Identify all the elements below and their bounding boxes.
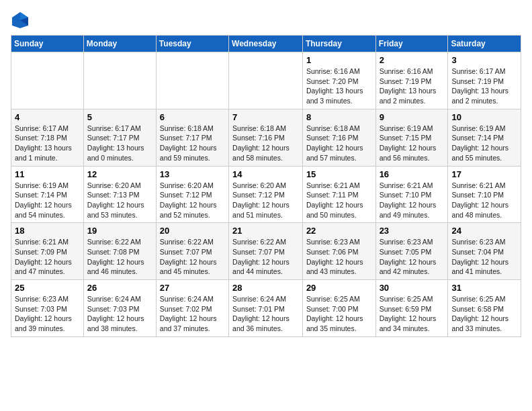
calendar-cell: 19Sunrise: 6:22 AM Sunset: 7:08 PM Dayli… bbox=[83, 223, 156, 280]
week-row-1: 1Sunrise: 6:16 AM Sunset: 7:20 PM Daylig… bbox=[11, 52, 521, 109]
calendar-cell: 27Sunrise: 6:24 AM Sunset: 7:02 PM Dayli… bbox=[156, 280, 228, 337]
week-row-5: 25Sunrise: 6:23 AM Sunset: 7:03 PM Dayli… bbox=[11, 280, 521, 337]
day-number: 12 bbox=[87, 169, 152, 179]
calendar-cell: 25Sunrise: 6:23 AM Sunset: 7:03 PM Dayli… bbox=[11, 280, 84, 337]
day-number: 8 bbox=[306, 112, 372, 122]
day-number: 11 bbox=[15, 169, 80, 179]
calendar-cell bbox=[156, 52, 228, 109]
day-info: Sunrise: 6:21 AM Sunset: 7:09 PM Dayligh… bbox=[15, 237, 80, 277]
calendar-cell bbox=[83, 52, 156, 109]
calendar-cell: 20Sunrise: 6:22 AM Sunset: 7:07 PM Dayli… bbox=[156, 223, 228, 280]
day-number: 3 bbox=[451, 55, 517, 65]
day-number: 27 bbox=[160, 283, 225, 293]
day-number: 24 bbox=[451, 226, 517, 236]
day-number: 30 bbox=[380, 283, 445, 293]
day-info: Sunrise: 6:18 AM Sunset: 7:16 PM Dayligh… bbox=[232, 124, 299, 163]
day-number: 26 bbox=[87, 283, 152, 293]
calendar-cell: 18Sunrise: 6:21 AM Sunset: 7:09 PM Dayli… bbox=[11, 223, 84, 280]
day-number: 21 bbox=[232, 226, 299, 236]
calendar-cell: 11Sunrise: 6:19 AM Sunset: 7:14 PM Dayli… bbox=[11, 166, 84, 223]
day-number: 28 bbox=[232, 283, 299, 293]
calendar-cell: 4Sunrise: 6:17 AM Sunset: 7:18 PM Daylig… bbox=[11, 109, 84, 166]
day-info: Sunrise: 6:20 AM Sunset: 7:12 PM Dayligh… bbox=[160, 181, 225, 220]
day-number: 17 bbox=[451, 169, 517, 179]
day-number: 14 bbox=[232, 169, 299, 179]
day-number: 25 bbox=[15, 283, 80, 293]
calendar-cell bbox=[11, 52, 84, 109]
day-number: 20 bbox=[160, 226, 225, 236]
col-header-monday: Monday bbox=[83, 36, 156, 52]
day-number: 13 bbox=[160, 169, 225, 179]
day-info: Sunrise: 6:25 AM Sunset: 6:59 PM Dayligh… bbox=[380, 294, 445, 334]
calendar-cell: 21Sunrise: 6:22 AM Sunset: 7:07 PM Dayli… bbox=[229, 223, 303, 280]
day-info: Sunrise: 6:17 AM Sunset: 7:19 PM Dayligh… bbox=[451, 66, 517, 106]
calendar-cell: 9Sunrise: 6:19 AM Sunset: 7:15 PM Daylig… bbox=[375, 109, 448, 166]
day-info: Sunrise: 6:19 AM Sunset: 7:14 PM Dayligh… bbox=[15, 181, 80, 220]
calendar-cell: 29Sunrise: 6:25 AM Sunset: 7:00 PM Dayli… bbox=[302, 280, 375, 337]
week-row-3: 11Sunrise: 6:19 AM Sunset: 7:14 PM Dayli… bbox=[11, 166, 521, 223]
calendar-cell: 10Sunrise: 6:19 AM Sunset: 7:14 PM Dayli… bbox=[448, 109, 521, 166]
day-info: Sunrise: 6:20 AM Sunset: 7:13 PM Dayligh… bbox=[87, 181, 152, 220]
day-info: Sunrise: 6:21 AM Sunset: 7:10 PM Dayligh… bbox=[451, 181, 517, 220]
day-info: Sunrise: 6:19 AM Sunset: 7:15 PM Dayligh… bbox=[380, 124, 445, 163]
calendar-cell: 26Sunrise: 6:24 AM Sunset: 7:03 PM Dayli… bbox=[83, 280, 156, 337]
day-info: Sunrise: 6:24 AM Sunset: 7:02 PM Dayligh… bbox=[160, 294, 225, 334]
day-info: Sunrise: 6:22 AM Sunset: 7:07 PM Dayligh… bbox=[160, 237, 225, 277]
calendar-cell: 23Sunrise: 6:23 AM Sunset: 7:05 PM Dayli… bbox=[375, 223, 448, 280]
day-info: Sunrise: 6:21 AM Sunset: 7:10 PM Dayligh… bbox=[380, 181, 445, 220]
calendar-cell: 2Sunrise: 6:16 AM Sunset: 7:19 PM Daylig… bbox=[375, 52, 448, 109]
col-header-thursday: Thursday bbox=[302, 36, 375, 52]
calendar-cell: 16Sunrise: 6:21 AM Sunset: 7:10 PM Dayli… bbox=[375, 166, 448, 223]
day-number: 15 bbox=[306, 169, 372, 179]
calendar-cell: 30Sunrise: 6:25 AM Sunset: 6:59 PM Dayli… bbox=[375, 280, 448, 337]
day-number: 2 bbox=[380, 55, 445, 65]
day-info: Sunrise: 6:24 AM Sunset: 7:01 PM Dayligh… bbox=[232, 294, 299, 334]
day-info: Sunrise: 6:24 AM Sunset: 7:03 PM Dayligh… bbox=[87, 294, 152, 334]
calendar-cell: 3Sunrise: 6:17 AM Sunset: 7:19 PM Daylig… bbox=[448, 52, 521, 109]
calendar-cell: 1Sunrise: 6:16 AM Sunset: 7:20 PM Daylig… bbox=[302, 52, 375, 109]
day-info: Sunrise: 6:17 AM Sunset: 7:18 PM Dayligh… bbox=[15, 124, 80, 163]
day-number: 18 bbox=[15, 226, 80, 236]
day-info: Sunrise: 6:21 AM Sunset: 7:11 PM Dayligh… bbox=[306, 181, 372, 220]
day-info: Sunrise: 6:16 AM Sunset: 7:20 PM Dayligh… bbox=[306, 66, 372, 106]
day-number: 16 bbox=[380, 169, 445, 179]
day-info: Sunrise: 6:20 AM Sunset: 7:12 PM Dayligh… bbox=[232, 181, 299, 220]
col-header-saturday: Saturday bbox=[448, 36, 521, 52]
logo-icon bbox=[11, 11, 30, 30]
day-info: Sunrise: 6:25 AM Sunset: 6:58 PM Dayligh… bbox=[451, 294, 517, 334]
calendar-cell: 5Sunrise: 6:17 AM Sunset: 7:17 PM Daylig… bbox=[83, 109, 156, 166]
day-info: Sunrise: 6:16 AM Sunset: 7:19 PM Dayligh… bbox=[380, 66, 445, 106]
day-number: 19 bbox=[87, 226, 152, 236]
calendar-cell: 8Sunrise: 6:18 AM Sunset: 7:16 PM Daylig… bbox=[302, 109, 375, 166]
calendar-table: SundayMondayTuesdayWednesdayThursdayFrid… bbox=[11, 35, 521, 337]
day-info: Sunrise: 6:23 AM Sunset: 7:05 PM Dayligh… bbox=[380, 237, 445, 277]
calendar-cell: 13Sunrise: 6:20 AM Sunset: 7:12 PM Dayli… bbox=[156, 166, 228, 223]
calendar-cell: 28Sunrise: 6:24 AM Sunset: 7:01 PM Dayli… bbox=[229, 280, 303, 337]
day-number: 4 bbox=[15, 112, 80, 122]
day-info: Sunrise: 6:18 AM Sunset: 7:17 PM Dayligh… bbox=[160, 124, 225, 163]
day-info: Sunrise: 6:17 AM Sunset: 7:17 PM Dayligh… bbox=[87, 124, 152, 163]
calendar-cell: 7Sunrise: 6:18 AM Sunset: 7:16 PM Daylig… bbox=[229, 109, 303, 166]
week-row-2: 4Sunrise: 6:17 AM Sunset: 7:18 PM Daylig… bbox=[11, 109, 521, 166]
day-info: Sunrise: 6:23 AM Sunset: 7:03 PM Dayligh… bbox=[15, 294, 80, 334]
logo bbox=[11, 11, 32, 30]
day-number: 5 bbox=[87, 112, 152, 122]
calendar-cell: 14Sunrise: 6:20 AM Sunset: 7:12 PM Dayli… bbox=[229, 166, 303, 223]
day-number: 6 bbox=[160, 112, 225, 122]
page-header bbox=[11, 11, 521, 30]
day-info: Sunrise: 6:19 AM Sunset: 7:14 PM Dayligh… bbox=[451, 124, 517, 163]
day-number: 31 bbox=[451, 283, 517, 293]
calendar-cell: 31Sunrise: 6:25 AM Sunset: 6:58 PM Dayli… bbox=[448, 280, 521, 337]
day-info: Sunrise: 6:25 AM Sunset: 7:00 PM Dayligh… bbox=[306, 294, 372, 334]
col-header-friday: Friday bbox=[375, 36, 448, 52]
calendar-cell: 6Sunrise: 6:18 AM Sunset: 7:17 PM Daylig… bbox=[156, 109, 228, 166]
day-info: Sunrise: 6:22 AM Sunset: 7:08 PM Dayligh… bbox=[87, 237, 152, 277]
day-number: 29 bbox=[306, 283, 372, 293]
day-info: Sunrise: 6:18 AM Sunset: 7:16 PM Dayligh… bbox=[306, 124, 372, 163]
calendar-cell bbox=[229, 52, 303, 109]
day-number: 22 bbox=[306, 226, 372, 236]
week-row-4: 18Sunrise: 6:21 AM Sunset: 7:09 PM Dayli… bbox=[11, 223, 521, 280]
col-header-sunday: Sunday bbox=[11, 36, 84, 52]
day-number: 7 bbox=[232, 112, 299, 122]
day-number: 10 bbox=[451, 112, 517, 122]
